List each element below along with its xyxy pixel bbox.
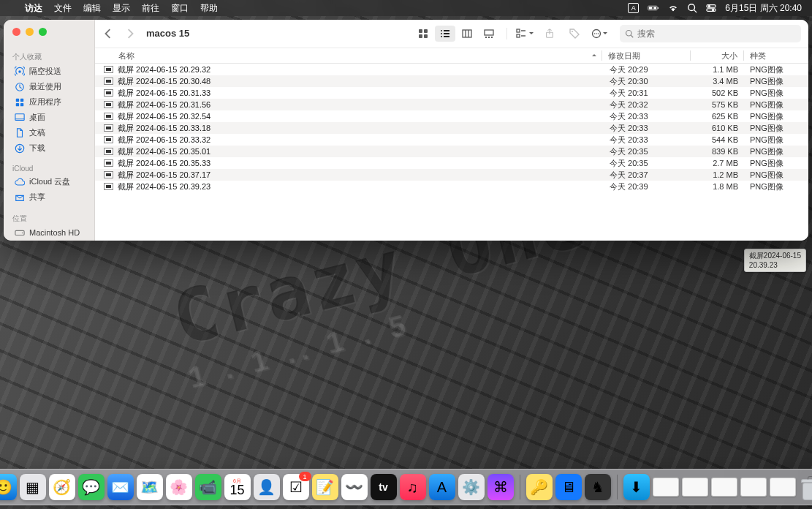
dock-calendar[interactable]: 6月15 — [224, 474, 251, 500]
dock-shortcut[interactable]: ⌘ — [487, 474, 514, 500]
file-row[interactable]: 截屏 2024-06-15 20.31.56 今天 20:32 575 KB P… — [95, 99, 808, 110]
spotlight-icon[interactable] — [687, 3, 697, 13]
menu-file[interactable]: 文件 — [48, 0, 77, 16]
dock-music[interactable]: ♫ — [400, 474, 426, 500]
file-thumbnail-icon — [104, 101, 113, 108]
file-name: 截屏 2024-06-15 20.31.56 — [118, 99, 604, 110]
sidebar-item-share[interactable]: 共享 — [7, 189, 91, 205]
file-date: 今天 20:29 — [604, 64, 691, 75]
battery-icon[interactable] — [648, 2, 659, 14]
sidebar-item-label: Macintosh HD — [29, 228, 80, 237]
wifi-icon[interactable] — [668, 3, 678, 13]
file-row[interactable]: 截屏 2024-06-15 20.33.32 今天 20:33 544 KB P… — [95, 134, 808, 146]
file-row[interactable]: 截屏 2024-06-15 20.32.54 今天 20:33 625 KB P… — [95, 110, 808, 122]
sidebar-item-hdd[interactable]: Macintosh HD — [7, 225, 91, 240]
file-size: 2.7 MB — [691, 159, 744, 167]
icon-view-button[interactable] — [413, 26, 433, 42]
sidebar-item-apps[interactable]: 应用程序 — [7, 94, 91, 110]
file-row[interactable]: 截屏 2024-06-15 20.39.23 今天 20:39 1.8 MB P… — [95, 181, 808, 192]
tags-button[interactable] — [564, 26, 585, 42]
dock-messages[interactable]: 💬 — [78, 474, 105, 500]
file-thumbnail-icon — [104, 171, 113, 178]
svg-rect-27 — [444, 33, 449, 34]
dock-minimized-window[interactable] — [740, 478, 767, 497]
dock-appstore[interactable]: A — [429, 474, 455, 500]
file-name: 截屏 2024-06-15 20.35.01 — [118, 146, 604, 157]
close-button[interactable] — [12, 28, 20, 36]
column-header-size[interactable]: 大小 — [691, 50, 743, 61]
dock-reminders[interactable]: ☑︎ — [283, 474, 309, 500]
dock-trash[interactable] — [799, 474, 813, 500]
dock-tv[interactable]: tv — [371, 474, 397, 500]
file-row[interactable]: 截屏 2024-06-15 20.31.33 今天 20:31 502 KB P… — [95, 87, 808, 99]
dock-notes[interactable]: 📝 — [312, 474, 338, 500]
search-input[interactable] — [637, 29, 796, 39]
list-view-button[interactable] — [435, 26, 455, 42]
dock-minimized-window[interactable] — [682, 478, 708, 497]
search-field[interactable] — [620, 25, 801, 42]
minimize-button[interactable] — [26, 28, 34, 36]
dock-settings[interactable]: ⚙️ — [458, 474, 485, 500]
back-button[interactable] — [99, 25, 117, 42]
sidebar-item-clock[interactable]: 最近使用 — [7, 79, 91, 94]
file-row[interactable]: 截屏 2024-06-15 20.29.32 今天 20:29 1.1 MB P… — [95, 64, 808, 75]
column-header-name[interactable]: 名称 — [113, 50, 591, 61]
svg-rect-30 — [463, 30, 471, 37]
menu-go[interactable]: 前往 — [136, 0, 165, 16]
finder-sidebar: 个人收藏 隔空投送最近使用应用程序桌面文稿下载 iCloud iCloud 云盘… — [4, 20, 95, 241]
zoom-button[interactable] — [39, 28, 47, 36]
dock-minimized-window[interactable] — [653, 478, 679, 497]
file-row[interactable]: 截屏 2024-06-15 20.30.48 今天 20:30 3.4 MB P… — [95, 75, 808, 87]
dock-finder[interactable]: 🙂 — [0, 474, 17, 500]
sidebar-item-download[interactable]: 下载 — [7, 140, 91, 156]
column-header-row: 名称 修改日期 大小 种类 — [95, 48, 808, 64]
svg-point-28 — [441, 36, 442, 37]
file-row[interactable]: 截屏 2024-06-15 20.35.01 今天 20:35 839 KB P… — [95, 146, 808, 157]
sidebar-item-cloud[interactable]: iCloud 云盘 — [7, 174, 91, 189]
dock-mail[interactable]: ✉️ — [107, 474, 134, 500]
column-header-date[interactable]: 修改日期 — [602, 50, 690, 61]
desktop-file-label[interactable]: 截屏2024-06-15 20.39.23 — [744, 249, 806, 272]
svg-point-47 — [626, 30, 632, 36]
menubar-datetime[interactable]: 6月15日 周六 20:40 — [725, 2, 802, 15]
forward-button[interactable] — [121, 25, 139, 42]
dock-safari[interactable]: 🧭 — [49, 474, 75, 500]
input-source-indicator[interactable]: A — [628, 3, 639, 13]
action-menu-button[interactable] — [589, 26, 610, 42]
dock-minimized-window[interactable] — [711, 478, 737, 497]
file-row[interactable]: 截屏 2024-06-15 20.33.18 今天 20:33 610 KB P… — [95, 122, 808, 134]
file-row[interactable]: 截屏 2024-06-15 20.35.33 今天 20:35 2.7 MB P… — [95, 157, 808, 169]
column-view-button[interactable] — [457, 26, 477, 42]
dock-facetime[interactable]: 📹 — [195, 474, 221, 500]
group-by-button[interactable] — [515, 26, 535, 42]
dock-contacts[interactable]: 👤 — [254, 474, 280, 500]
control-center-icon[interactable] — [706, 3, 716, 13]
dock-photos[interactable]: 🌸 — [166, 474, 192, 500]
file-thumbnail-icon — [104, 124, 113, 132]
file-date: 今天 20:37 — [604, 170, 691, 181]
dock-maps[interactable]: 🗺️ — [137, 474, 163, 500]
sidebar-item-desktop[interactable]: 桌面 — [7, 110, 91, 125]
file-row[interactable]: 截屏 2024-06-15 20.37.17 今天 20:37 1.2 MB P… — [95, 169, 808, 181]
dock-screensharing[interactable]: 🖥 — [555, 474, 582, 500]
dock-freeform[interactable]: 〰️ — [341, 474, 368, 500]
share-button[interactable] — [539, 26, 560, 42]
dock-chess[interactable]: ♞ — [585, 474, 611, 500]
download-icon — [14, 143, 25, 154]
menu-help[interactable]: 帮助 — [194, 0, 224, 16]
dock-minimized-window[interactable] — [770, 478, 796, 497]
dock-passwords[interactable]: 🔑 — [526, 474, 553, 500]
menu-view[interactable]: 显示 — [107, 0, 136, 16]
menu-window[interactable]: 窗口 — [165, 0, 194, 16]
file-kind: PNG图像 — [744, 111, 808, 122]
sidebar-item-doc[interactable]: 文稿 — [7, 125, 91, 140]
gallery-view-button[interactable] — [479, 26, 499, 42]
column-header-kind[interactable]: 种类 — [744, 50, 808, 61]
menu-edit[interactable]: 编辑 — [77, 0, 107, 16]
menubar-appname[interactable]: 访达 — [19, 0, 48, 16]
sidebar-item-airdrop[interactable]: 隔空投送 — [7, 64, 91, 79]
file-date: 今天 20:30 — [604, 76, 691, 87]
svg-line-48 — [631, 35, 633, 37]
dock-undefined[interactable]: ⬇︎ — [623, 474, 650, 500]
dock-launchpad[interactable]: ▦ — [20, 474, 46, 500]
